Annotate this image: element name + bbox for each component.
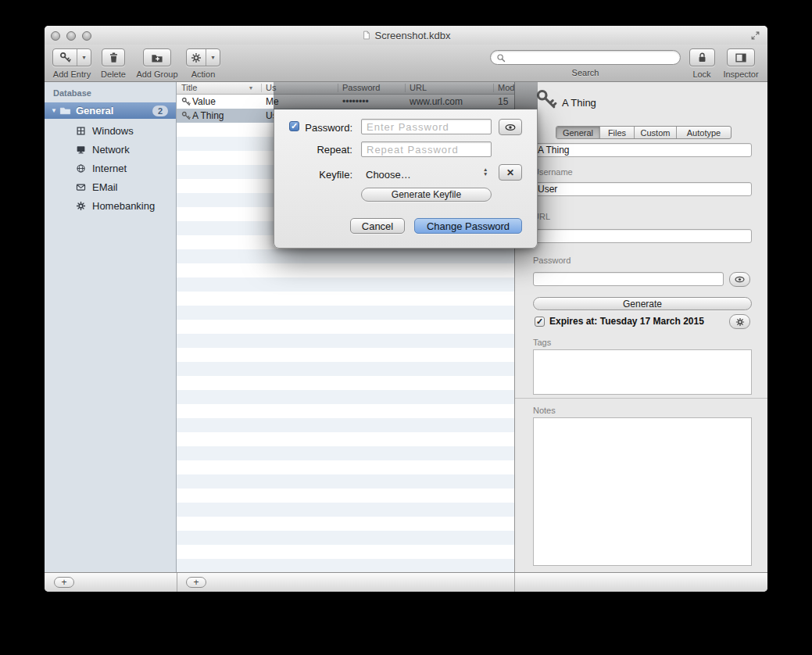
expires-checkbox[interactable]: ✓ (535, 317, 545, 327)
change-password-dialog: ✓ Password: Repeat: Keyfile: Choose… ▲ ▼… (274, 109, 538, 249)
group-label: General (76, 105, 152, 116)
change-password-button[interactable]: Change Password (414, 218, 522, 234)
cancel-button[interactable]: Cancel (350, 218, 405, 234)
generate-password-button[interactable]: Generate (533, 297, 752, 310)
inspector-label: Inspector (718, 70, 764, 79)
bottom-bar: + + (45, 572, 767, 592)
password-checkbox[interactable]: ✓ (289, 121, 299, 131)
url-field[interactable] (533, 229, 752, 243)
dialog-password-input[interactable] (361, 119, 492, 134)
keyfile-popup[interactable]: Choose… (366, 169, 411, 181)
delete-button[interactable] (102, 48, 125, 66)
password-field[interactable] (533, 272, 724, 286)
database-section-label: Database (53, 88, 91, 98)
tab-autotype[interactable]: Autotype (677, 127, 731, 138)
chevron-down-icon[interactable]: ▾ (77, 49, 91, 66)
tab-general[interactable]: General (556, 127, 600, 138)
dialog-password-label: Password: (305, 122, 352, 134)
inspector-button[interactable] (727, 48, 755, 66)
pane-divider (177, 573, 177, 592)
desktop-background: Screenshot.kdbx ▾ Add Entry Delete (0, 0, 812, 655)
add-entry-button[interactable]: ▾ (52, 48, 91, 66)
dialog-keyfile-label: Keyfile: (319, 169, 352, 181)
sidebar-item-email[interactable]: EMail (45, 177, 176, 196)
lock-label: Lock (685, 70, 718, 79)
tab-label: General (563, 128, 593, 138)
action-label: Action (185, 70, 221, 79)
window-title: Screenshot.kdbx (375, 30, 451, 41)
sidebar-item-label: Internet (92, 163, 127, 174)
fullscreen-icon[interactable] (750, 30, 760, 41)
sheet-shadow (274, 82, 538, 109)
folder-icon (59, 105, 71, 116)
key-icon (535, 88, 557, 110)
entry-count-badge: 2 (152, 106, 168, 116)
inspector-tabs: General Files Custom Autotype (556, 126, 732, 139)
windows-icon (76, 126, 86, 136)
key-icon (181, 111, 191, 120)
sidebar-item-internet[interactable]: Internet (45, 159, 176, 177)
lock-button[interactable] (689, 48, 715, 66)
expires-label: Expires at: Tuesday 17 March 2015 (549, 316, 704, 327)
sidebar: Database ▼ General 2 Windows Network (45, 82, 177, 572)
sidebar-item-label: Windows (92, 125, 134, 137)
tags-field[interactable] (533, 349, 752, 395)
check-icon: ✓ (291, 122, 298, 131)
lock-toolbar-item: Lock (685, 48, 718, 79)
close-icon: ✕ (506, 167, 514, 178)
show-password-button[interactable] (729, 272, 750, 287)
sidebar-group-general[interactable]: ▼ General 2 (45, 102, 176, 119)
eye-icon (504, 121, 517, 134)
gear-icon (735, 317, 745, 327)
chevron-down-icon[interactable]: ▾ (206, 49, 220, 66)
show-password-button[interactable] (499, 119, 522, 135)
inspector-panel: A Thing General Files Custom Autotype Us… (514, 82, 767, 572)
column-divider[interactable] (261, 84, 262, 92)
popup-stepper-icon[interactable]: ▲ ▼ (483, 167, 488, 177)
generate-keyfile-button[interactable]: Generate Keyfile (361, 188, 492, 202)
sidebar-item-windows[interactable]: Windows (45, 121, 176, 140)
username-field[interactable] (533, 182, 752, 196)
add-entry-label: Add Entry (49, 70, 95, 79)
title-field[interactable] (533, 143, 752, 157)
search-icon (496, 53, 506, 63)
key-icon (59, 52, 71, 63)
action-button[interactable]: ▾ (186, 48, 220, 66)
add-group-button[interactable] (143, 48, 171, 66)
lock-icon (696, 52, 708, 63)
expires-options-button[interactable] (729, 314, 750, 329)
toolbar: ▾ Add Entry Delete Add Group ▾ (45, 45, 767, 82)
title-group: Screenshot.kdbx (45, 26, 767, 45)
dialog-repeat-input[interactable] (361, 141, 492, 157)
inspector-toolbar-item: Inspector (718, 48, 764, 79)
tab-files[interactable]: Files (600, 127, 635, 138)
disclosure-triangle-icon[interactable]: ▼ (51, 107, 59, 114)
search-input[interactable] (509, 52, 674, 63)
add-group-plus-button[interactable]: + (54, 577, 74, 588)
cell-title: Value (192, 96, 216, 107)
column-header-title[interactable]: Title (181, 83, 197, 92)
inspector-entry-title: A Thing (562, 97, 596, 109)
envelope-icon (76, 182, 86, 192)
sidebar-item-network[interactable]: Network (45, 140, 176, 159)
username-label: Username (533, 167, 573, 177)
add-entry-plus-button[interactable]: + (186, 577, 206, 588)
inspector-divider (515, 398, 767, 399)
cancel-label: Cancel (362, 220, 393, 232)
folder-plus-icon (151, 52, 163, 64)
search-field[interactable] (490, 50, 681, 65)
notes-field[interactable] (533, 417, 752, 566)
add-group-toolbar-item: Add Group (132, 48, 182, 79)
titlebar[interactable]: Screenshot.kdbx (45, 26, 767, 45)
clear-keyfile-button[interactable]: ✕ (499, 164, 522, 181)
document-proxy-icon (362, 30, 371, 41)
delete-toolbar-item: Delete (96, 48, 131, 79)
add-group-label: Add Group (132, 70, 182, 79)
pane-divider (514, 573, 515, 592)
gear-icon (191, 52, 202, 63)
tab-label: Custom (641, 128, 671, 138)
sidebar-item-homebanking[interactable]: Homebanking (45, 196, 176, 215)
tab-custom[interactable]: Custom (635, 127, 677, 138)
globe-icon (76, 163, 86, 174)
sidebar-item-label: EMail (92, 181, 118, 193)
